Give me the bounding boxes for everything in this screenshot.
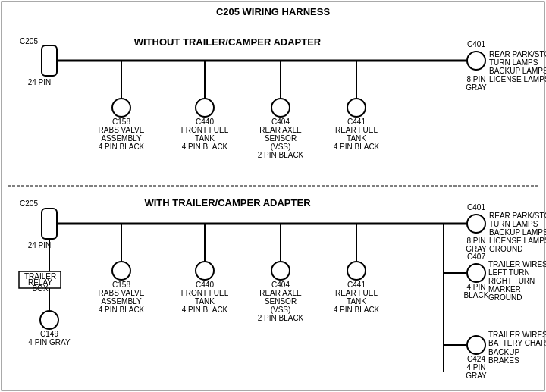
trailer-relay-label3: BOX [32,284,48,293]
svg-point-4 [112,99,130,117]
c158-bot-desc3: 4 PIN BLACK [99,306,145,314]
c205-bot-label: C205 [20,199,38,208]
c205-bot-pin: 24 PIN [28,241,52,249]
svg-point-22 [196,262,214,280]
c404-top-label: C404 [271,118,290,126]
wiring-diagram: C205 WIRING HARNESS WITHOUT TRAILER/CAMP… [0,0,546,392]
c401-bot-desc3: BACKUP LAMPS [489,228,546,237]
c404-top-desc4: 2 PIN BLACK [258,151,304,159]
svg-rect-13 [42,209,57,239]
c149-label: C149 [40,330,58,338]
c401-top-label: C401 [467,40,485,49]
c401-top-color: GRAY [466,83,487,92]
c401-bot-pin: 8 PIN [466,237,485,245]
svg-point-2 [467,52,485,70]
c404-bot-desc3: (VSS) [271,306,291,314]
svg-point-18 [467,215,485,233]
svg-point-17 [40,311,58,329]
c424-desc4: BRAKES [488,356,519,365]
c401-bot-desc2: TURN LAMPS [489,220,538,228]
c440-bot-desc3: 4 PIN BLACK [182,306,228,314]
c441-bot-desc3: 4 PIN BLACK [334,306,380,314]
c440-top-desc3: 4 PIN BLACK [182,143,228,151]
svg-rect-1 [42,45,57,76]
c205-top-label: C205 [20,37,38,45]
c149-desc: 4 PIN GRAY [28,338,71,347]
top-section-title: WITHOUT TRAILER/CAMPER ADAPTER [134,36,322,48]
c441-bot-desc1: REAR FUEL [335,289,378,297]
c440-top-desc1: FRONT FUEL [181,126,229,134]
c158-bot-desc2: ASSEMBLY [101,297,141,306]
c424-desc2: BATTERY CHARGE [488,339,546,347]
c407-desc1: TRAILER WIRES [488,260,546,268]
c424-desc3: BACKUP [488,348,519,356]
c440-top-label: C440 [196,118,214,126]
c441-top-desc1: REAR FUEL [335,126,378,134]
svg-point-6 [196,99,214,117]
svg-point-29 [467,264,485,282]
c404-top-desc1: REAR AXLE [259,126,302,134]
c441-bot-desc2: TANK [347,297,366,306]
c404-bot-desc4: 2 PIN BLACK [258,314,304,322]
c401-top-desc4: LICENSE LAMPS [489,75,546,83]
svg-point-10 [347,99,366,117]
c401-top-pin: 8 PIN [466,75,485,83]
c407-desc3: RIGHT TURN [488,277,535,285]
c407-label: C407 [467,252,485,261]
c424-pin: 4 PIN [466,363,485,372]
c440-bot-desc1: FRONT FUEL [181,289,229,297]
c424-desc1: TRAILER WIRES [488,331,546,339]
c407-pin: 4 PIN [466,283,485,291]
c404-bot-desc2: SENSOR [265,297,297,306]
c401-bot-desc1: REAR PARK/STOP [489,212,546,220]
c441-top-label: C441 [347,118,366,126]
c441-bot-label: C441 [347,281,366,289]
c404-top-desc2: SENSOR [265,134,297,143]
c401-top-desc1: REAR PARK/STOP [489,50,546,58]
c404-bot-label: C404 [271,281,290,289]
c404-bot-desc1: REAR AXLE [259,289,302,297]
c407-desc4: MARKER [488,285,521,293]
c407-desc2: LEFT TURN [488,268,530,277]
c441-top-desc3: 4 PIN BLACK [334,143,380,151]
svg-point-24 [271,262,290,280]
c205-top-pin: 24 PIN [28,78,52,86]
c401-top-desc3: BACKUP LAMPS [489,67,546,75]
c401-bot-label: C401 [467,203,485,212]
bottom-section-title: WITH TRAILER/CAMPER ADAPTER [144,197,311,209]
c401-top-desc2: TURN LAMPS [489,58,538,67]
c440-bot-label: C440 [196,281,214,289]
c158-bot-label: C158 [112,281,130,289]
diagram-title: C205 WIRING HARNESS [216,6,331,17]
c440-bot-desc2: TANK [195,297,215,306]
c441-top-desc2: TANK [347,134,366,143]
c401-bot-desc5: GROUND [489,245,522,253]
c424-color: GRAY [466,372,487,380]
c158-top-desc3: 4 PIN BLACK [99,143,145,151]
c404-top-desc3: (VSS) [271,143,291,151]
c440-top-desc2: TANK [195,134,215,143]
c424-label: C424 [467,355,485,363]
svg-point-20 [112,262,130,280]
c407-color: BLACK [464,291,489,299]
svg-point-26 [347,262,366,280]
c407-desc5: GROUND [488,293,522,302]
svg-point-8 [271,99,290,117]
c401-bot-desc4: LICENSE LAMPS [489,237,546,245]
c158-bot-desc1: RABS VALVE [99,289,145,297]
c158-top-desc2: ASSEMBLY [101,134,141,143]
c158-top-label: C158 [112,118,130,126]
c158-top-desc1: RABS VALVE [99,126,145,134]
svg-point-31 [467,336,485,354]
